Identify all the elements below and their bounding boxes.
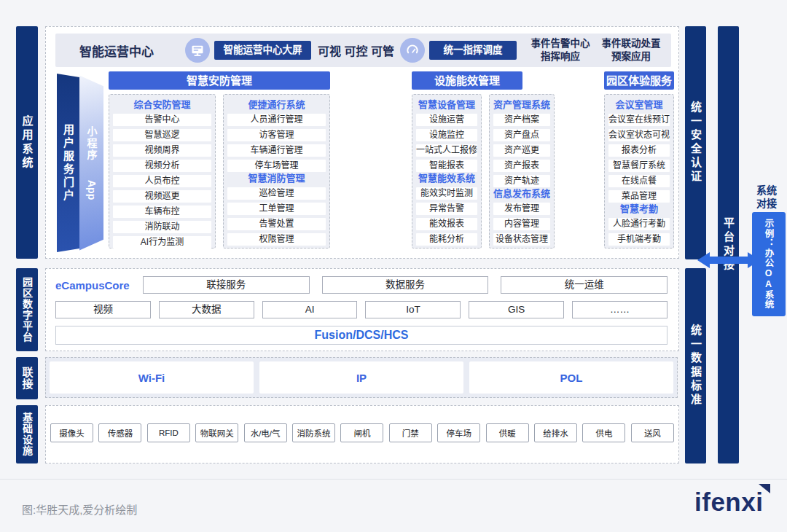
rail-infrastructure: 基础设施	[16, 405, 38, 463]
smart-campus-architecture-diagram: 应用系统 园区数字平台 联接 基础设施 智能运营中心 智能运营中心大屏 可视 可…	[0, 0, 787, 532]
module-item: 告警中心	[113, 114, 211, 126]
module-item: 智慧餐厅系统	[608, 160, 670, 172]
platform-service-box: 数据服务	[322, 276, 489, 294]
note-line: 事件告警中心	[531, 38, 590, 49]
note-line: 指挥响应	[541, 51, 580, 62]
module-item: 设施监控	[416, 129, 477, 141]
user-portal-label: 用户服务门户	[60, 124, 76, 203]
module-item: 会议室在线预订	[608, 114, 670, 126]
platform-foundation-row: Fusion/DCS/HCS	[55, 326, 667, 344]
infrastructure-box: 送风	[631, 423, 674, 442]
section-items: 会议室在线预订 会议室状态可视 报表分析 智慧餐厅系统	[608, 114, 670, 203]
source-caption: 图:华胜天成,爱分析绘制	[22, 501, 137, 517]
infrastructure-box: 闸机	[340, 423, 383, 442]
ioc-header-band: 智能运营中心 智能运营中心大屏 可视 可控 可管 统一指挥调度	[55, 34, 671, 67]
infrastructure-box: 水/电/气	[244, 423, 287, 442]
ifenxi-logo-flag-icon	[759, 484, 770, 493]
module-item: 报表分析	[608, 144, 670, 157]
unified-dispatch-button: 统一指挥调度	[429, 41, 517, 60]
module-section: 资产管理系统 资产档案 资产盘点	[493, 98, 550, 187]
module-section: 智慧能效系统 能效实时监测 异常告警	[416, 172, 477, 246]
module-item: 视频巡更	[113, 190, 211, 203]
system-link-line: 系统	[756, 184, 777, 196]
footer-divider	[0, 479, 787, 480]
module-item: 发布管理	[493, 203, 550, 215]
module-item: 菜品管理	[608, 190, 670, 203]
connectivity-box: IP	[259, 361, 463, 394]
rail-application-system: 应用系统	[16, 26, 38, 259]
module-item: 停车场管理	[227, 160, 326, 172]
module-item: 能效实时监测	[416, 187, 477, 200]
section-heading: 智慧消防管理	[227, 172, 326, 184]
ioc-tags: 可视 可控 可管	[318, 42, 394, 59]
module-section: 综合安防管理 告警中心 智慧巡逻	[113, 98, 211, 249]
system-link-line: 对接	[756, 197, 777, 209]
section-items: 资产档案 资产盘点 资产巡更 资产报表	[493, 114, 550, 187]
infrastructure-box: 传感器	[98, 423, 141, 442]
module-group: 综合安防管理 告警中心 智慧巡逻	[109, 94, 216, 249]
ioc-dashboard-button: 智能运营中心大屏	[214, 41, 311, 60]
infrastructure-box: 门禁	[389, 423, 432, 442]
module-item: 在线点餐	[608, 175, 670, 187]
ioc-title: 智能运营中心	[79, 42, 154, 60]
infrastructure-box: RFID	[147, 423, 190, 442]
monitor-icon-glyph	[190, 43, 205, 58]
infrastructure-row: 摄像头传感器RFID物联网关水/电/气消防系统闸机门禁停车场供暖给排水供电送风	[50, 423, 674, 442]
infrastructure-box: 摄像头	[50, 423, 93, 442]
note-line: 事件联动处置	[602, 38, 661, 49]
section-items: 设施运营 设施监控 一站式人工报修 智能报表	[416, 114, 477, 172]
module-item: 异常告警	[416, 203, 477, 215]
module-group: 智慧设备管理 设施运营 设施监控	[412, 94, 482, 249]
rail-label: 统一安全认证	[690, 101, 701, 184]
platform-capability-box: GIS	[469, 301, 564, 318]
digital-platform-section: eCampusCore 联接服务数据服务统一运维 视频大数据AIIoTGIS………	[45, 268, 679, 351]
rail-label: 联接	[22, 367, 33, 390]
module-item: 智慧巡逻	[113, 129, 211, 141]
module-item: 手机端考勤	[608, 233, 670, 246]
module-item: 消防联动	[113, 221, 211, 233]
monitor-icon	[185, 38, 210, 63]
module-section: 智慧考勤 人脸通行考勤 手机端考勤	[608, 203, 670, 246]
section-heading: 会议室管理	[608, 98, 670, 111]
module-group: 资产管理系统 资产档案 资产盘点	[489, 94, 555, 249]
rail-campus-digital-platform: 园区数字平台	[16, 268, 38, 351]
application-column: 设施能效管理 智慧设备管理	[412, 71, 522, 249]
module-item: 一站式人工报修	[416, 144, 477, 157]
rail-label: 统一数据标准	[690, 324, 701, 407]
infrastructure-box: 物联网关	[195, 423, 238, 442]
section-items: 人员通行管理 访客管理 车辆通行管理 停车场管理	[227, 114, 326, 172]
section-heading: 综合安防管理	[113, 98, 211, 111]
column-groups: 智慧设备管理 设施运营 设施监控	[412, 94, 522, 249]
platform-capability-box: AI	[262, 301, 358, 318]
module-item: 能效报表	[416, 218, 477, 230]
application-column: 智慧安防管理 综合安防管理	[109, 71, 330, 249]
user-portal-panel: 用户服务门户	[57, 74, 79, 252]
ecampuscore-brand: eCampusCore	[55, 279, 130, 292]
section-heading: 智慧能效系统	[416, 172, 477, 184]
rail-label: 应用系统	[22, 115, 33, 171]
platform-capability-box: 大数据	[159, 301, 254, 318]
infrastructure-box: 停车场	[437, 423, 480, 442]
module-group: 会议室管理 会议室在线预订 会议室状态可视	[604, 94, 674, 249]
module-section: 信息发布系统 发布管理 内容管理	[493, 187, 550, 246]
module-section: 智慧消防管理 巡检管理 工单管理	[227, 172, 326, 246]
oa-example-label: 示例：办公OA系统	[762, 219, 776, 310]
rail-label: 基础设施	[22, 412, 32, 456]
module-item: 车辆通行管理	[227, 144, 326, 157]
section-heading: 智慧设备管理	[416, 98, 477, 111]
mini-program-label: 小程序	[85, 126, 99, 161]
infrastructure-section: 摄像头传感器RFID物联网关水/电/气消防系统闸机门禁停车场供暖给排水供电送风	[45, 405, 679, 463]
section-heading: 便捷通行系统	[227, 98, 326, 111]
platform-capability-box: 视频	[55, 301, 151, 318]
module-group: 便捷通行系统 人员通行管理 访客管理	[223, 94, 330, 249]
platform-capabilities-row: 视频大数据AIIoTGIS……	[55, 301, 667, 318]
application-section: 智能运营中心 智能运营中心大屏 可视 可控 可管 统一指挥调度	[45, 26, 679, 259]
app-label: App	[86, 180, 98, 200]
module-item: 车辆布控	[113, 206, 211, 218]
section-heading: 智慧考勤	[608, 203, 670, 215]
module-section: 便捷通行系统 人员通行管理 访客管理	[227, 98, 326, 172]
infrastructure-box: 供电	[582, 423, 625, 442]
rail-connectivity: 联接	[16, 357, 38, 399]
section-items: 巡检管理 工单管理 告警处置 权限管理	[227, 187, 326, 246]
rail-platform-link: 平台对接	[718, 26, 739, 463]
